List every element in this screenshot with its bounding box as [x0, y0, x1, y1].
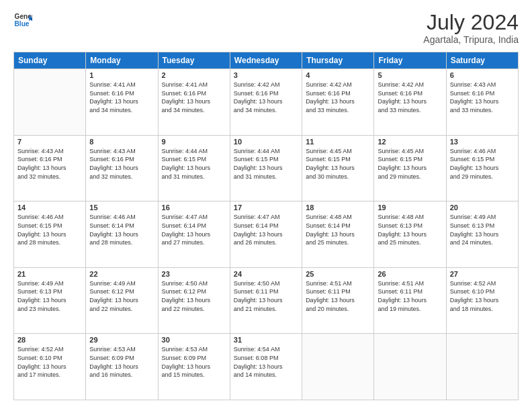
day-number: 30 — [162, 336, 226, 344]
day-info: Sunrise: 4:44 AM Sunset: 6:15 PM Dayligh… — [234, 147, 298, 181]
day-info: Sunrise: 4:49 AM Sunset: 6:12 PM Dayligh… — [89, 279, 154, 313]
col-sunday: Sunday — [14, 52, 86, 69]
calendar-cell: 30Sunrise: 4:53 AM Sunset: 6:09 PM Dayli… — [158, 334, 230, 400]
col-thursday: Thursday — [302, 52, 374, 69]
day-number: 1 — [89, 71, 154, 79]
calendar-cell: 6Sunrise: 4:43 AM Sunset: 6:16 PM Daylig… — [446, 69, 518, 136]
day-info: Sunrise: 4:52 AM Sunset: 6:10 PM Dayligh… — [450, 279, 515, 313]
day-number: 26 — [378, 270, 442, 278]
calendar-cell: 27Sunrise: 4:52 AM Sunset: 6:10 PM Dayli… — [446, 267, 518, 334]
calendar-cell: 3Sunrise: 4:42 AM Sunset: 6:16 PM Daylig… — [230, 69, 302, 136]
day-number: 15 — [89, 203, 154, 212]
day-info: Sunrise: 4:43 AM Sunset: 6:16 PM Dayligh… — [17, 147, 82, 181]
header: General Blue July 2024 Agartala, Tripura… — [13, 11, 519, 45]
subtitle: Agartala, Tripura, India — [423, 34, 519, 45]
day-number: 20 — [450, 203, 515, 212]
day-number: 19 — [378, 203, 442, 212]
calendar-cell — [374, 334, 446, 400]
calendar-cell: 26Sunrise: 4:51 AM Sunset: 6:11 PM Dayli… — [374, 267, 446, 334]
calendar-cell: 21Sunrise: 4:49 AM Sunset: 6:13 PM Dayli… — [14, 267, 86, 334]
day-info: Sunrise: 4:47 AM Sunset: 6:14 PM Dayligh… — [162, 213, 226, 246]
day-info: Sunrise: 4:53 AM Sunset: 6:09 PM Dayligh… — [89, 345, 154, 379]
day-info: Sunrise: 4:45 AM Sunset: 6:15 PM Dayligh… — [306, 147, 370, 181]
calendar-week-4: 21Sunrise: 4:49 AM Sunset: 6:13 PM Dayli… — [14, 267, 519, 334]
day-info: Sunrise: 4:50 AM Sunset: 6:11 PM Dayligh… — [234, 279, 298, 313]
calendar-cell: 23Sunrise: 4:50 AM Sunset: 6:12 PM Dayli… — [158, 267, 230, 334]
day-number: 11 — [306, 138, 370, 146]
title-block: July 2024 Agartala, Tripura, India — [423, 11, 519, 45]
day-info: Sunrise: 4:54 AM Sunset: 6:08 PM Dayligh… — [234, 345, 298, 379]
day-info: Sunrise: 4:44 AM Sunset: 6:15 PM Dayligh… — [162, 147, 226, 181]
calendar-cell: 14Sunrise: 4:46 AM Sunset: 6:15 PM Dayli… — [14, 201, 86, 268]
day-number: 13 — [450, 138, 515, 146]
day-info: Sunrise: 4:52 AM Sunset: 6:10 PM Dayligh… — [17, 345, 82, 379]
col-tuesday: Tuesday — [158, 52, 230, 69]
day-number: 18 — [306, 203, 370, 212]
day-info: Sunrise: 4:51 AM Sunset: 6:11 PM Dayligh… — [378, 279, 442, 313]
day-info: Sunrise: 4:42 AM Sunset: 6:16 PM Dayligh… — [378, 81, 442, 114]
calendar-cell: 25Sunrise: 4:51 AM Sunset: 6:11 PM Dayli… — [302, 267, 374, 334]
day-info: Sunrise: 4:41 AM Sunset: 6:16 PM Dayligh… — [162, 81, 226, 114]
calendar-cell: 8Sunrise: 4:43 AM Sunset: 6:16 PM Daylig… — [86, 135, 158, 201]
day-info: Sunrise: 4:50 AM Sunset: 6:12 PM Dayligh… — [162, 279, 226, 313]
day-number: 28 — [17, 336, 82, 344]
day-number: 10 — [234, 138, 298, 146]
day-number: 7 — [17, 138, 82, 146]
day-number: 9 — [162, 138, 226, 146]
day-info: Sunrise: 4:51 AM Sunset: 6:11 PM Dayligh… — [306, 279, 370, 313]
calendar-cell — [446, 334, 518, 400]
day-info: Sunrise: 4:46 AM Sunset: 6:15 PM Dayligh… — [17, 213, 82, 246]
calendar-cell: 7Sunrise: 4:43 AM Sunset: 6:16 PM Daylig… — [14, 135, 86, 201]
day-number: 16 — [162, 203, 226, 212]
day-number: 23 — [162, 270, 226, 278]
day-number: 21 — [17, 270, 82, 278]
calendar-cell: 9Sunrise: 4:44 AM Sunset: 6:15 PM Daylig… — [158, 135, 230, 201]
calendar-cell: 1Sunrise: 4:41 AM Sunset: 6:16 PM Daylig… — [86, 69, 158, 136]
calendar-cell: 18Sunrise: 4:48 AM Sunset: 6:14 PM Dayli… — [302, 201, 374, 268]
day-info: Sunrise: 4:48 AM Sunset: 6:13 PM Dayligh… — [378, 213, 442, 246]
day-info: Sunrise: 4:47 AM Sunset: 6:14 PM Dayligh… — [234, 213, 298, 246]
day-number: 22 — [89, 270, 154, 278]
calendar-cell: 31Sunrise: 4:54 AM Sunset: 6:08 PM Dayli… — [230, 334, 302, 400]
day-info: Sunrise: 4:41 AM Sunset: 6:16 PM Dayligh… — [89, 81, 154, 114]
calendar-cell: 13Sunrise: 4:46 AM Sunset: 6:15 PM Dayli… — [446, 135, 518, 201]
calendar-header-row: Sunday Monday Tuesday Wednesday Thursday… — [14, 52, 519, 69]
calendar-cell: 22Sunrise: 4:49 AM Sunset: 6:12 PM Dayli… — [86, 267, 158, 334]
calendar-cell: 10Sunrise: 4:44 AM Sunset: 6:15 PM Dayli… — [230, 135, 302, 201]
day-info: Sunrise: 4:42 AM Sunset: 6:16 PM Dayligh… — [306, 81, 370, 114]
calendar-cell: 19Sunrise: 4:48 AM Sunset: 6:13 PM Dayli… — [374, 201, 446, 268]
calendar-cell: 4Sunrise: 4:42 AM Sunset: 6:16 PM Daylig… — [302, 69, 374, 136]
day-number: 2 — [162, 71, 226, 79]
day-info: Sunrise: 4:48 AM Sunset: 6:14 PM Dayligh… — [306, 213, 370, 246]
day-info: Sunrise: 4:49 AM Sunset: 6:13 PM Dayligh… — [450, 213, 515, 246]
calendar-week-3: 14Sunrise: 4:46 AM Sunset: 6:15 PM Dayli… — [14, 201, 519, 268]
calendar-week-2: 7Sunrise: 4:43 AM Sunset: 6:16 PM Daylig… — [14, 135, 519, 201]
calendar-cell — [14, 69, 86, 136]
day-number: 3 — [234, 71, 298, 79]
day-number: 25 — [306, 270, 370, 278]
col-friday: Friday — [374, 52, 446, 69]
day-number: 6 — [450, 71, 515, 79]
day-number: 5 — [378, 71, 442, 79]
logo: General Blue — [13, 11, 32, 30]
calendar-cell — [302, 334, 374, 400]
calendar-cell: 2Sunrise: 4:41 AM Sunset: 6:16 PM Daylig… — [158, 69, 230, 136]
day-info: Sunrise: 4:46 AM Sunset: 6:14 PM Dayligh… — [89, 213, 154, 246]
day-info: Sunrise: 4:43 AM Sunset: 6:16 PM Dayligh… — [450, 81, 515, 114]
col-wednesday: Wednesday — [230, 52, 302, 69]
day-info: Sunrise: 4:53 AM Sunset: 6:09 PM Dayligh… — [162, 345, 226, 379]
calendar-cell: 20Sunrise: 4:49 AM Sunset: 6:13 PM Dayli… — [446, 201, 518, 268]
calendar-cell: 11Sunrise: 4:45 AM Sunset: 6:15 PM Dayli… — [302, 135, 374, 201]
col-monday: Monday — [86, 52, 158, 69]
day-number: 4 — [306, 71, 370, 79]
day-info: Sunrise: 4:46 AM Sunset: 6:15 PM Dayligh… — [450, 147, 515, 181]
day-info: Sunrise: 4:45 AM Sunset: 6:15 PM Dayligh… — [378, 147, 442, 181]
day-number: 17 — [234, 203, 298, 212]
day-number: 12 — [378, 138, 442, 146]
svg-text:Blue: Blue — [15, 20, 30, 28]
day-number: 8 — [89, 138, 154, 146]
day-number: 31 — [234, 336, 298, 344]
calendar-cell: 17Sunrise: 4:47 AM Sunset: 6:14 PM Dayli… — [230, 201, 302, 268]
main-title: July 2024 — [423, 11, 519, 34]
day-number: 27 — [450, 270, 515, 278]
